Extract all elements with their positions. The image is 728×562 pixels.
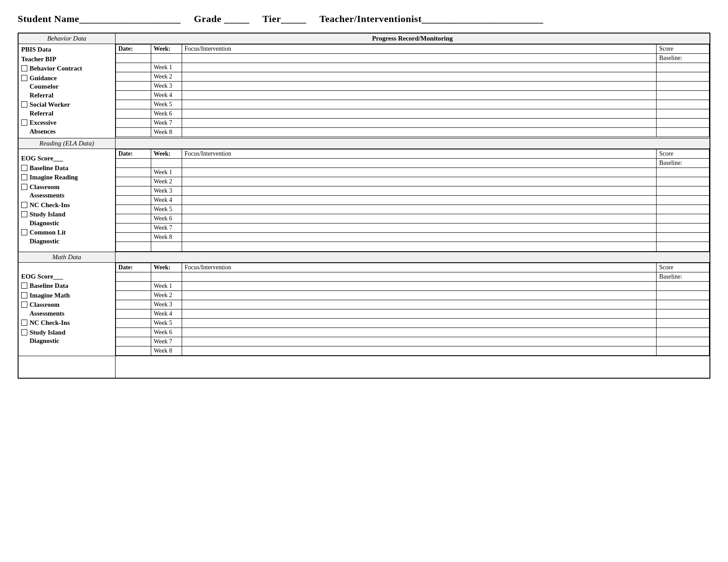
reading-week4-row: Week 4: [116, 196, 709, 205]
math-score-header: Score: [657, 263, 709, 272]
reading-week5-row: Week 5: [116, 205, 709, 214]
behavior-week-baseline: [151, 54, 182, 63]
math-item-nc-checkins[interactable]: NC Check-Ins: [21, 319, 112, 328]
checkbox-imagine-reading[interactable]: [21, 174, 27, 180]
checkbox-guidance[interactable]: [21, 75, 27, 81]
math-right-col: Date: Week: Focus/Intervention Score Bas…: [115, 263, 710, 356]
checkbox-behavior-contract[interactable]: [21, 65, 27, 71]
reading-item-study-island[interactable]: Study IslandDiagnostic: [21, 210, 112, 227]
behavior-item-absences[interactable]: ExcessiveAbsences: [21, 119, 112, 136]
math-header-right: [115, 252, 710, 263]
checkbox-reading-classroom[interactable]: [21, 184, 27, 190]
reading-right-col: Date: Week: Focus/Intervention Score Bas…: [115, 149, 710, 252]
behavior-week4-row: Week 4: [116, 91, 709, 100]
focus-header: Focus/Intervention: [182, 45, 657, 54]
behavior-baseline-row: Baseline:: [116, 54, 709, 63]
behavior-week1-row: Week 1: [116, 63, 709, 72]
math-week3-row: Week 3: [116, 300, 709, 309]
math-baseline-row: Baseline:: [116, 272, 709, 282]
tier-label: Tier: [262, 13, 281, 24]
behavior-item-guidance[interactable]: GuidanceCounselorReferral: [21, 74, 112, 100]
behavior-item-social-worker[interactable]: Social WorkerReferral: [21, 100, 112, 118]
reading-item-classroom[interactable]: ClassroomAssessments: [21, 183, 112, 200]
math-week1-row: Week 1: [116, 282, 709, 291]
math-item-baseline[interactable]: Baseline Data: [21, 282, 112, 290]
student-name-line: ____________________: [79, 13, 181, 24]
checkbox-reading-baseline[interactable]: [21, 165, 27, 171]
behavior-left-col: PBIS Data Teacher BIP Behavior Contract …: [18, 44, 115, 138]
reading-week3-row: Week 3: [116, 186, 709, 196]
main-table: Behavior Data Progress Record/Monitoring…: [18, 33, 710, 379]
reading-baseline-row: Baseline:: [116, 159, 709, 168]
math-left-col: EOG Score___ Baseline Data Imagine Math …: [18, 263, 115, 356]
math-header-row: Math Data: [18, 252, 710, 263]
math-progress-header: Date: Week: Focus/Intervention Score: [116, 263, 709, 272]
behavior-data-header: Behavior Data: [18, 33, 115, 44]
checkbox-absences[interactable]: [21, 119, 27, 126]
score-header: Score: [657, 45, 709, 54]
reading-week2-row: Week 2: [116, 177, 709, 186]
reading-item-eog: EOG Score___: [21, 154, 112, 163]
math-progress-table: Date: Week: Focus/Intervention Score Bas…: [116, 263, 710, 356]
checkbox-social-worker[interactable]: [21, 101, 27, 108]
behavior-score-baseline: Baseline:: [657, 54, 709, 63]
math-week7-row: Week 7: [116, 337, 709, 346]
reading-item-baseline[interactable]: Baseline Data: [21, 164, 112, 173]
behavior-item-behavior-contract[interactable]: Behavior Contract: [21, 64, 112, 73]
checkbox-math-classroom[interactable]: [21, 301, 27, 308]
checkbox-study-island-reading[interactable]: [21, 211, 27, 217]
reading-header-row: Reading (ELA Data): [18, 138, 710, 149]
behavior-week3-row: Week 3: [116, 82, 709, 91]
math-week-header: Week:: [151, 263, 182, 272]
math-week4-row: Week 4: [116, 309, 709, 319]
grade-label: Grade: [194, 13, 221, 24]
behavior-focus-baseline: [182, 54, 657, 63]
behavior-progress-table: Date: Week: Focus/Intervention Score Bas…: [116, 44, 710, 137]
math-item-study-island[interactable]: Study IslandDiagnostic: [21, 328, 112, 346]
checkbox-math-nc-checkins[interactable]: [21, 320, 27, 326]
behavior-section-row: PBIS Data Teacher BIP Behavior Contract …: [18, 44, 710, 138]
math-data-header: Math Data: [18, 252, 115, 263]
teacher-label: Teacher/Interventionist: [319, 13, 422, 24]
checkbox-math-baseline[interactable]: [21, 283, 27, 289]
math-week5-row: Week 5: [116, 319, 709, 328]
checkbox-study-island-math[interactable]: [21, 329, 27, 335]
math-item-imagine[interactable]: Imagine Math: [21, 291, 112, 300]
behavior-week5-row: Week 5: [116, 100, 709, 109]
behavior-progress-header: Date: Week: Focus/Intervention Score: [116, 45, 709, 54]
math-date-header: Date:: [116, 263, 151, 272]
main-header-row: Behavior Data Progress Record/Monitoring: [18, 33, 710, 44]
checkbox-imagine-math[interactable]: [21, 292, 27, 298]
reading-week8-row: Week 8: [116, 233, 709, 242]
grade-line: _____: [224, 13, 250, 24]
form-header: Student Name____________________ Grade _…: [18, 13, 710, 25]
checkbox-reading-nc-checkins[interactable]: [21, 202, 27, 208]
reading-progress-table: Date: Week: Focus/Intervention Score Bas…: [116, 149, 710, 252]
tier-line: _____: [281, 13, 306, 24]
reading-extra-row: [116, 242, 709, 252]
teacher-line: ________________________: [422, 13, 543, 24]
reading-date-header: Date:: [116, 149, 151, 159]
reading-progress-header: Date: Week: Focus/Intervention Score: [116, 149, 709, 159]
math-item-classroom[interactable]: ClassroomAssessments: [21, 301, 112, 318]
reading-week6-row: Week 6: [116, 214, 709, 223]
behavior-week8-row: Week 8: [116, 128, 709, 137]
reading-header-right: [115, 138, 710, 149]
math-week6-row: Week 6: [116, 328, 709, 337]
math-week2-row: Week 2: [116, 291, 709, 300]
behavior-date-baseline: [116, 54, 151, 63]
reading-week7-row: Week 7: [116, 223, 709, 233]
reading-item-nc-checkins[interactable]: NC Check-Ins: [21, 201, 112, 210]
reading-item-common-lit[interactable]: Common LitDiagnostic: [21, 228, 112, 246]
date-header: Date:: [116, 45, 151, 54]
reading-data-header: Reading (ELA Data): [18, 138, 115, 149]
math-focus-header: Focus/Intervention: [182, 263, 657, 272]
behavior-item-teacher-bip: Teacher BIP: [21, 55, 112, 64]
week-header: Week:: [151, 45, 182, 54]
checkbox-common-lit[interactable]: [21, 229, 27, 235]
reading-week1-row: Week 1: [116, 168, 709, 177]
reading-item-imagine[interactable]: Imagine Reading: [21, 173, 112, 182]
reading-focus-header: Focus/Intervention: [182, 149, 657, 159]
bottom-empty-row: [18, 356, 710, 378]
reading-week-header: Week:: [151, 149, 182, 159]
